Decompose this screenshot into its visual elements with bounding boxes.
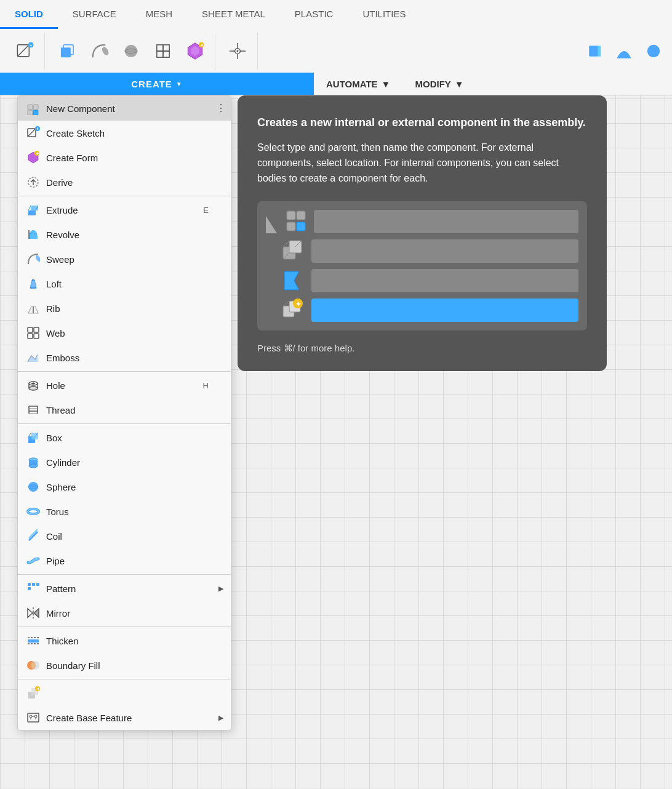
svg-rect-10: [157, 44, 163, 50]
svg-rect-28: [28, 110, 33, 115]
svg-rect-29: [33, 110, 38, 115]
tab-mesh[interactable]: MESH: [131, 0, 187, 29]
new-component-more-icon[interactable]: ⋮: [216, 103, 226, 113]
tab-sheet-metal[interactable]: SHEET METAL: [187, 0, 280, 29]
create-pcb-icon: [26, 711, 40, 724]
tab-plastic[interactable]: PLASTIC: [280, 0, 348, 29]
modify-icon-2[interactable]: [610, 38, 638, 65]
menu-item-thicken[interactable]: Thicken: [18, 628, 231, 653]
thicken-label: Thicken: [46, 636, 79, 646]
menu-item-emboss[interactable]: Emboss: [18, 345, 231, 370]
svg-text:✦: ✦: [295, 300, 301, 308]
svg-rect-4: [61, 47, 71, 57]
sheet-metal-icon[interactable]: [224, 38, 251, 65]
transform-icon[interactable]: [150, 38, 177, 65]
menu-item-mirror[interactable]: Mirror: [18, 601, 231, 625]
create-sketch-label: Create Sketch: [46, 128, 105, 138]
create-dropdown-menu: New Component ⋮ + Create Sketch ✦ Create…: [17, 95, 231, 731]
create-base-feature-icon: ✦: [26, 686, 40, 700]
svg-point-59: [31, 383, 35, 385]
menu-item-box[interactable]: Box: [18, 425, 231, 450]
comp-bar-external: [311, 269, 578, 292]
svg-line-108: [283, 241, 289, 247]
menu-item-create-pcb[interactable]: Create Base Feature ▶: [18, 705, 231, 730]
svg-point-96: [30, 715, 32, 718]
sketch-icon[interactable]: +: [11, 38, 38, 65]
web-label: Web: [46, 328, 65, 338]
menu-item-sphere[interactable]: Sphere: [18, 475, 231, 499]
svg-text:✦: ✦: [200, 42, 204, 47]
menu-item-loft[interactable]: Loft: [18, 271, 231, 296]
modify-icon-3[interactable]: [640, 38, 667, 65]
create-button[interactable]: CREATE ▼: [0, 73, 314, 95]
menu-item-derive[interactable]: Derive: [18, 170, 231, 194]
sweep-icon[interactable]: [86, 38, 113, 65]
create-form-icon: ✦: [26, 151, 40, 164]
modify-button[interactable]: MODIFY ▼: [402, 73, 476, 95]
create-arrow-icon: ▼: [176, 81, 183, 87]
thread-icon: [26, 403, 40, 417]
svg-rect-11: [163, 51, 169, 57]
svg-rect-12: [163, 44, 169, 50]
svg-marker-46: [30, 280, 36, 288]
box-label: Box: [46, 433, 62, 443]
torus-icon: [26, 505, 40, 518]
menu-item-torus[interactable]: Torus: [18, 499, 231, 524]
menu-item-boundary-fill[interactable]: Boundary Fill: [18, 653, 231, 678]
svg-point-6: [101, 46, 109, 56]
menu-item-revolve[interactable]: Revolve: [18, 222, 231, 247]
form-icon[interactable]: ✦: [182, 38, 209, 65]
svg-text:+: +: [36, 127, 39, 131]
create-sketch-icon: +: [26, 126, 40, 140]
svg-rect-82: [28, 587, 31, 590]
svg-rect-52: [34, 327, 39, 332]
comp-row-standard: [266, 239, 578, 263]
menu-item-cylinder[interactable]: Cylinder: [18, 450, 231, 475]
tab-utilities[interactable]: UTILITIES: [348, 0, 420, 29]
hole-shortcut: H: [203, 381, 209, 390]
menu-item-new-component[interactable]: New Component ⋮: [18, 96, 231, 121]
svg-point-97: [34, 715, 37, 718]
new-component-label: New Component: [46, 103, 115, 114]
coil-label: Coil: [46, 531, 62, 542]
menu-item-hole[interactable]: Hole H: [18, 373, 231, 398]
menu-item-create-form[interactable]: ✦ Create Form: [18, 145, 231, 170]
automate-button[interactable]: AUTOMATE ▼: [314, 73, 402, 95]
menu-item-thread[interactable]: Thread: [18, 398, 231, 422]
menu-item-create-sketch[interactable]: + Create Sketch: [18, 121, 231, 145]
solid-body-icon[interactable]: [54, 38, 81, 65]
revolve-label: Revolve: [46, 230, 79, 240]
svg-line-113: [283, 301, 289, 306]
mirror-label: Mirror: [46, 608, 70, 619]
svg-rect-86: [28, 639, 39, 643]
comp-row-new: [266, 210, 578, 233]
tab-surface[interactable]: SURFACE: [58, 0, 131, 29]
svg-point-73: [29, 464, 38, 468]
menu-item-sweep[interactable]: Sweep: [18, 247, 231, 271]
menu-item-coil[interactable]: Coil: [18, 524, 231, 548]
svg-line-68: [28, 433, 31, 436]
hole-icon: [26, 378, 40, 392]
menu-item-rib[interactable]: Rib: [18, 296, 231, 321]
menu-item-pipe[interactable]: Pipe: [18, 548, 231, 573]
sphere-label: Sphere: [46, 482, 76, 492]
thread-label: Thread: [46, 405, 76, 415]
sphere-icon[interactable]: [118, 38, 145, 65]
tooltip-title: Creates a new internal or external compo…: [257, 115, 587, 130]
rib-label: Rib: [46, 303, 60, 314]
svg-rect-26: [28, 105, 33, 110]
menu-item-create-base-feature[interactable]: ✦: [18, 681, 231, 705]
comp-new-icons: [266, 210, 308, 233]
divider-6: [18, 679, 231, 679]
comp-bar-special: [311, 298, 578, 322]
sketch-icon-group: +: [5, 33, 45, 70]
tab-solid[interactable]: SOLID: [0, 0, 58, 29]
loft-icon: [26, 277, 40, 290]
menu-item-web[interactable]: Web: [18, 321, 231, 345]
menu-item-extrude[interactable]: Extrude E: [18, 198, 231, 222]
emboss-icon: [26, 351, 40, 364]
sweep-icon: [26, 252, 40, 266]
menu-item-pattern[interactable]: Pattern ▶: [18, 576, 231, 601]
modify-icon-1[interactable]: [581, 38, 608, 65]
svg-text:✦: ✦: [36, 687, 40, 691]
